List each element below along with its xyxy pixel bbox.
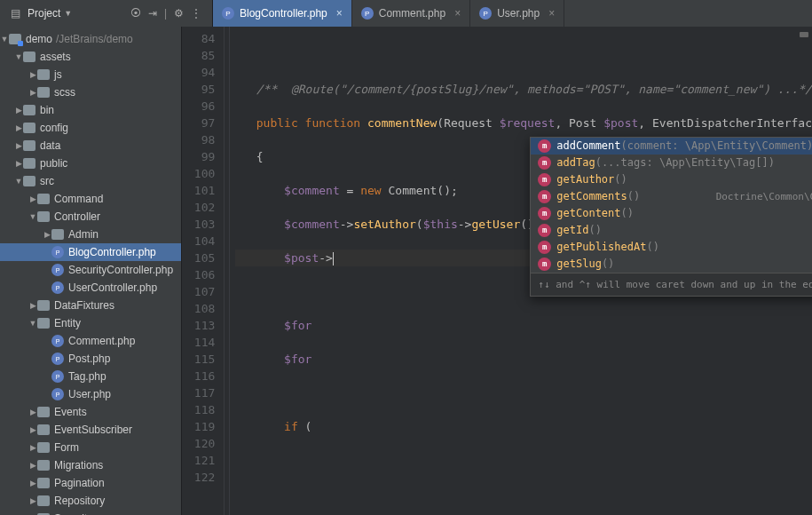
folder-icon: [37, 424, 50, 435]
autocomplete-item-getauthor[interactable]: mgetAuthor()App\Entity\User|null: [531, 171, 812, 188]
tree-arrow-icon[interactable]: ▶: [14, 106, 23, 115]
autocomplete-item-getcomments[interactable]: mgetComments()Doctrine\Common\Collection…: [531, 188, 812, 205]
line-number: 103: [182, 216, 215, 233]
tree-arrow-icon[interactable]: ▼: [14, 177, 23, 186]
tree-arrow-icon[interactable]: ▶: [28, 479, 37, 487]
line-number: 84: [182, 30, 215, 47]
tree-arrow-icon[interactable]: ▶: [14, 123, 23, 132]
tree-arrow-icon[interactable]: ▼: [28, 319, 37, 328]
autocomplete-item-getpublishedat[interactable]: mgetPublishedAt()DateTime: [531, 239, 812, 256]
chevron-down-icon[interactable]: ▼: [64, 9, 72, 18]
autocomplete-item-addcomment[interactable]: maddComment(comment: \App\Entity\Comment…: [531, 138, 812, 154]
tab-blogcontroller-php[interactable]: PBlogController.php×: [213, 0, 352, 27]
tree-item-user-php[interactable]: PUser.php: [0, 385, 181, 403]
tree-item-demo[interactable]: ▼demo/JetBrains/demo: [0, 30, 181, 48]
tree-arrow-icon[interactable]: ▶: [14, 141, 23, 150]
tree-item-data[interactable]: ▶data: [0, 137, 181, 154]
method-sig: (...tags: \App\Entity\Tag[]): [595, 154, 775, 171]
tree-label: BlogController.php: [68, 246, 156, 258]
tree-item-usercontroller-php[interactable]: PUserController.php: [0, 279, 181, 297]
tree-item-src[interactable]: ▼src: [0, 172, 181, 190]
tree-item-repository[interactable]: ▶Repository: [0, 492, 181, 510]
tree-item-comment-php[interactable]: PComment.php: [0, 332, 181, 350]
gear-icon[interactable]: ⚙: [174, 7, 184, 20]
tree-item-post-php[interactable]: PPost.php: [0, 350, 181, 368]
folder-icon: [23, 158, 35, 169]
project-label[interactable]: Project: [28, 7, 60, 20]
return-type: Doctrine\Common\Collections\Collection: [716, 188, 812, 205]
folder-icon: [23, 140, 35, 151]
tree-arrow-icon[interactable]: ▶: [28, 408, 37, 416]
autocomplete-item-addtag[interactable]: maddTag(...tags: \App\Entity\Tag[])void: [531, 154, 812, 171]
autocomplete-item-getid[interactable]: mgetId()int|null: [531, 222, 812, 239]
tree-item-assets[interactable]: ▼assets: [0, 48, 181, 66]
tree-arrow-icon[interactable]: ▶: [43, 230, 51, 239]
tree-arrow-icon[interactable]: ▼: [28, 212, 37, 221]
tree-label: assets: [40, 51, 71, 63]
tree-label: config: [40, 122, 68, 134]
tree-item-datafixtures[interactable]: ▶DataFixtures: [0, 297, 181, 314]
line-number: 97: [182, 115, 215, 131]
php-icon: P: [51, 353, 64, 365]
tree-arrow-icon[interactable]: ▶: [28, 70, 37, 79]
tree-item-pagination[interactable]: ▶Pagination: [0, 474, 181, 492]
tab-label: Comment.php: [379, 7, 445, 20]
tree-arrow-icon[interactable]: ▼: [0, 35, 9, 44]
folder-icon: [37, 318, 50, 329]
tree-item-eventsubscriber[interactable]: ▶EventSubscriber: [0, 421, 181, 439]
tree-item-scss[interactable]: ▶scss: [0, 83, 181, 101]
close-icon[interactable]: ×: [336, 7, 343, 20]
tree-label: Form: [54, 441, 79, 454]
tree-item-controller[interactable]: ▼Controller: [0, 208, 181, 226]
tree-item-js[interactable]: ▶js: [0, 66, 181, 83]
tree-label: src: [40, 175, 54, 187]
tree-arrow-icon[interactable]: ▶: [28, 88, 37, 97]
tree-item-tag-php[interactable]: PTag.php: [0, 368, 181, 385]
tree-arrow-icon[interactable]: ▶: [28, 425, 37, 434]
tab-comment-php[interactable]: PComment.php×: [352, 0, 470, 27]
method-name: getAuthor: [556, 171, 614, 188]
line-number: 121: [182, 452, 215, 469]
php-icon: P: [51, 388, 64, 400]
tree-item-blogcontroller-php[interactable]: PBlogController.php: [0, 243, 181, 261]
folder-icon: [37, 69, 50, 80]
target-icon[interactable]: ⦿: [130, 7, 141, 20]
tree-item-migrations[interactable]: ▶Migrations: [0, 456, 181, 474]
tree-item-public[interactable]: ▶public: [0, 154, 181, 172]
tree-item-security[interactable]: ▶Security: [0, 510, 181, 515]
project-tree: ▼demo/JetBrains/demo▼assets▶js▶scss▶bin▶…: [0, 27, 182, 515]
tree-item-bin[interactable]: ▶bin: [0, 101, 181, 119]
tree-arrow-icon[interactable]: ▶: [14, 159, 23, 168]
tree-arrow-icon[interactable]: ▼: [14, 52, 23, 61]
close-icon[interactable]: ×: [548, 7, 555, 20]
tab-label: BlogController.php: [240, 7, 327, 20]
tree-label: data: [40, 139, 60, 152]
tree-arrow-icon[interactable]: ▶: [28, 496, 37, 505]
tree-arrow-icon[interactable]: ▶: [28, 461, 37, 470]
autocomplete-item-getslug[interactable]: mgetSlug()null|string: [531, 256, 812, 273]
collapse-icon[interactable]: ⇥: [148, 7, 157, 20]
tree-item-command[interactable]: ▶Command: [0, 190, 181, 208]
folder-icon: [23, 105, 35, 115]
tab-user-php[interactable]: PUser.php×: [470, 0, 564, 27]
tree-arrow-icon[interactable]: ▶: [28, 301, 37, 310]
php-icon: P: [51, 370, 64, 383]
tree-item-admin[interactable]: ▶Admin: [0, 226, 181, 243]
autocomplete-popup[interactable]: maddComment(comment: \App\Entity\Comment…: [530, 137, 812, 297]
method-sig: (): [602, 256, 614, 273]
tab-label: User.php: [497, 7, 540, 20]
tree-arrow-icon[interactable]: ▶: [28, 443, 37, 452]
line-number: 95: [182, 81, 215, 98]
tree-item-securitycontroller-php[interactable]: PSecurityController.php: [0, 261, 181, 279]
tree-item-events[interactable]: ▶Events: [0, 403, 181, 421]
line-number: 98: [182, 131, 215, 148]
tree-item-form[interactable]: ▶Form: [0, 439, 181, 456]
tree-arrow-icon[interactable]: ▶: [28, 194, 37, 203]
more-icon[interactable]: ⋮: [191, 7, 201, 20]
comment: /** @Route("/comment/{postSlug}/new", me…: [256, 83, 812, 96]
tree-item-config[interactable]: ▶config: [0, 119, 181, 137]
close-icon[interactable]: ×: [454, 7, 461, 20]
tree-item-entity[interactable]: ▼Entity: [0, 314, 181, 332]
autocomplete-item-getcontent[interactable]: mgetContent()null|string: [531, 205, 812, 222]
folder-icon: [23, 176, 35, 186]
